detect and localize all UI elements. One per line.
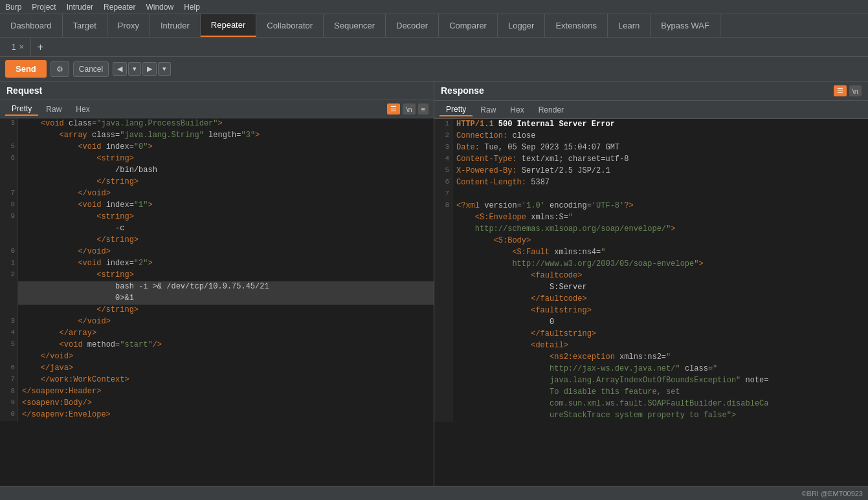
table-row: 0 </soapenv:Envelope> (0, 409, 434, 421)
next-button[interactable]: ▶ (142, 62, 157, 76)
menu-burp[interactable]: Burp (5, 3, 21, 12)
response-panel: Response ☰ \n Pretty Raw Hex Render 1 HT… (434, 82, 868, 486)
table-row: 4 </array> (0, 328, 434, 340)
request-panel: Request Pretty Raw Hex ☰ \n ≡ 3 <void cl… (0, 82, 434, 486)
table-row: S:Server (434, 282, 868, 294)
request-icons: ☰ \n ≡ (387, 103, 428, 114)
request-code[interactable]: 3 <void class="java.lang.ProcessBuilder"… (0, 118, 434, 486)
table-row: 7 </void> (0, 188, 434, 200)
table-row: 3 </void> (0, 316, 434, 328)
table-row: </faultstring> (434, 329, 868, 340)
prev-down-button[interactable]: ▾ (128, 62, 141, 76)
request-tab-hex[interactable]: Hex (69, 103, 96, 115)
gear-button[interactable]: ⚙ (50, 61, 69, 77)
tab-dashboard[interactable]: Dashboard (0, 14, 63, 37)
table-row: To disable this feature, set (434, 387, 868, 398)
table-row: </string> (0, 235, 434, 246)
tab-intruder[interactable]: Intruder (150, 14, 201, 37)
table-row: </void> (0, 351, 434, 363)
menu-project[interactable]: Project (32, 3, 56, 12)
table-row: http://www.w3.org/2003/05/soap-envelope"… (434, 259, 868, 270)
table-row: </string> (0, 305, 434, 316)
response-header: Response ☰ \n (434, 82, 868, 101)
tab-proxy[interactable]: Proxy (107, 14, 150, 37)
table-row: -c (0, 223, 434, 235)
table-row: 8 <void index="1"> (0, 200, 434, 212)
table-row: 4 Content-Type: text/xml; charset=utf-8 (434, 154, 868, 166)
tab-sequencer[interactable]: Sequencer (324, 14, 386, 37)
table-row: </faultcode> (434, 294, 868, 305)
response-tab-hex[interactable]: Hex (504, 104, 530, 116)
request-pretty-icon[interactable]: ☰ (387, 103, 400, 114)
table-row: 5 X-Powered-By: Servlet/2.5 JSP/2.1 (434, 166, 868, 177)
response-wrap-icon[interactable]: \n (849, 85, 862, 96)
tab-learn[interactable]: Learn (608, 14, 651, 37)
tab-logger[interactable]: Logger (498, 14, 545, 37)
cancel-button[interactable]: Cancel (73, 61, 109, 77)
table-row: 8 <?xml version='1.0' encoding='UTF-8'?> (434, 201, 868, 212)
menu-intruder[interactable]: Intruder (67, 3, 93, 12)
table-row: <S:Envelope xmlns:S=" (434, 212, 868, 224)
request-subtabs: Pretty Raw Hex ☰ \n ≡ (0, 100, 434, 118)
table-row: http://jax-ws.dev.java.net/" class=" (434, 364, 868, 375)
table-row: <ns2:exception xmlns:ns2=" (434, 352, 868, 364)
table-row: com.sun.xml.ws.fault.SOAPFaultBuilder.di… (434, 398, 868, 410)
tab-decoder[interactable]: Decoder (386, 14, 439, 37)
table-row: 9 <string> (0, 212, 434, 223)
tab-comparer[interactable]: Comparer (439, 14, 498, 37)
repeater-tab-1[interactable]: 1 ✕ (5, 38, 31, 56)
request-tab-pretty[interactable]: Pretty (5, 103, 38, 116)
table-row: 1 HTTP/1.1 500 Internal Server Error (434, 119, 868, 131)
status-bar: ©BRI @EMT00923 (0, 486, 868, 500)
table-row: 0>&1 (0, 293, 434, 305)
table-row: 2 <string> (0, 270, 434, 281)
table-row: 2 Connection: close (434, 131, 868, 142)
table-row: 0 </void> (0, 246, 434, 258)
response-tab-pretty[interactable]: Pretty (440, 103, 473, 116)
toolbar: Send ⚙ Cancel ◀ ▾ ▶ ▾ (0, 57, 868, 82)
table-row: 5 <void method="start"/> (0, 340, 434, 351)
nav-tabs: Dashboard Target Proxy Intruder Repeater… (0, 14, 868, 38)
menu-bar: Burp Project Intruder Repeater Window He… (0, 0, 868, 14)
table-row: 3 <void class="java.lang.ProcessBuilder"… (0, 118, 434, 130)
tab-repeater[interactable]: Repeater (201, 14, 256, 37)
table-row: <S:Fault xmlns:ns4=" (434, 247, 868, 259)
table-row: 0 (434, 317, 868, 329)
table-row: <detail> (434, 340, 868, 352)
response-pretty-icon[interactable]: ☰ (834, 85, 847, 96)
tab-target[interactable]: Target (63, 14, 107, 37)
repeater-tabs: 1 ✕ + (0, 38, 868, 57)
table-row: ureStackTrace system property to false"> (434, 410, 868, 422)
table-row: /bin/bash (0, 165, 434, 177)
request-wrap-icon[interactable]: \n (403, 103, 415, 114)
table-row: http://schemas.xmlsoap.org/soap/envelope… (434, 224, 868, 235)
tab-bypass-waf[interactable]: Bypass WAF (651, 14, 720, 37)
response-tab-render[interactable]: Render (532, 104, 570, 116)
request-tab-raw[interactable]: Raw (39, 103, 68, 115)
table-row: 7 (434, 189, 868, 201)
table-row: 1 <void index="2"> (0, 258, 434, 270)
send-button[interactable]: Send (5, 60, 47, 78)
request-list-icon[interactable]: ≡ (418, 103, 428, 114)
table-row: 6 <string> (0, 153, 434, 165)
request-header: Request (0, 82, 434, 100)
tab-extensions[interactable]: Extensions (545, 14, 608, 37)
table-row: 8 </soapenv:Header> (0, 386, 434, 398)
table-row: 6 </java> (0, 363, 434, 375)
menu-help[interactable]: Help (184, 3, 200, 12)
response-subtabs: Pretty Raw Hex Render (434, 101, 868, 119)
nav-arrows: ◀ ▾ ▶ ▾ (113, 62, 171, 76)
table-row: <faultcode> (434, 270, 868, 282)
table-row: 5 <void index="0"> (0, 142, 434, 153)
prev-button[interactable]: ◀ (113, 62, 127, 76)
next-down-button[interactable]: ▾ (158, 62, 171, 76)
tab-collaborator[interactable]: Collaborator (256, 14, 324, 37)
response-code[interactable]: 1 HTTP/1.1 500 Internal Server Error 2 C… (434, 119, 868, 486)
menu-window[interactable]: Window (146, 3, 173, 12)
close-tab-icon[interactable]: ✕ (19, 43, 24, 50)
response-tab-raw[interactable]: Raw (474, 104, 502, 116)
add-repeater-tab[interactable]: + (31, 41, 50, 53)
table-row: java.lang.ArrayIndexOutOfBoundsException… (434, 375, 868, 387)
table-row: </string> (0, 177, 434, 188)
menu-repeater[interactable]: Repeater (104, 3, 135, 12)
